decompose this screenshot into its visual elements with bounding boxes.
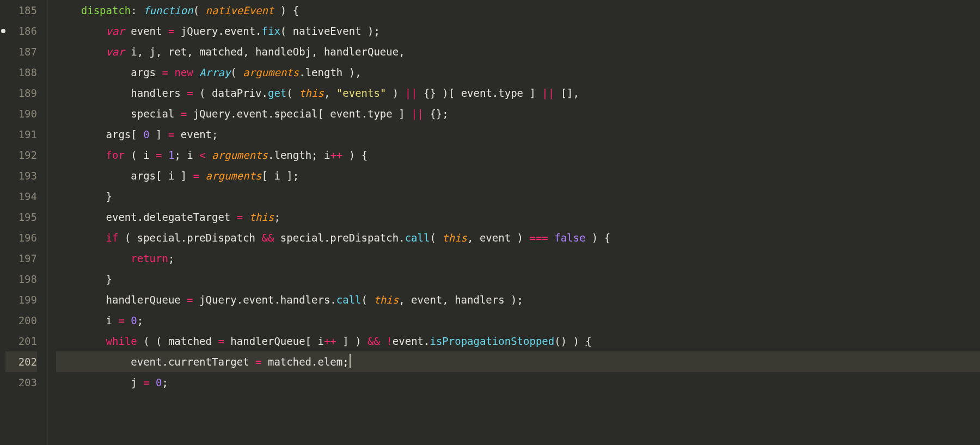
code-line[interactable]: args[ i ] = arguments[ i ]; [56,165,980,186]
token-pl: ; [137,314,143,326]
line-number[interactable]: 200 [5,310,37,331]
line-number[interactable]: 191 [5,124,37,145]
token-pl: ; [168,252,174,264]
token-kw2: for [106,149,125,161]
token-pl [56,335,106,347]
token-pl: handlerQueue[ i [224,335,324,347]
token-punc: ( [230,66,243,78]
code-line[interactable]: return; [56,248,980,269]
token-pl: args [56,66,162,78]
line-number[interactable]: 195 [5,207,37,227]
token-str: "events" [336,87,387,99]
token-punc: : [131,4,143,16]
token-kw2: = [162,66,168,78]
token-pl: , event ) [467,232,529,244]
code-line[interactable]: i = 0; [56,310,980,331]
line-number[interactable]: 188 [5,62,37,83]
token-arg: arguments [212,149,268,161]
token-bool: false [554,232,585,244]
token-num: 0 [131,314,137,326]
line-number[interactable]: 196 [5,227,37,248]
token-punc: ) { [274,4,299,16]
token-kw2: = [255,356,261,368]
token-punc: ( [362,294,374,306]
code-line[interactable]: handlers = ( dataPriv.get( this, "events… [56,83,980,103]
token-pl [199,170,205,182]
line-number[interactable]: 202 [5,351,37,372]
token-kw2: && [262,232,274,244]
token-kw2: = [187,294,193,306]
token-pl: event [125,25,168,37]
token-pl: special.preDispatch. [274,232,405,244]
token-pl: ; [274,211,280,223]
code-line[interactable]: var event = jQuery.event.fix( nativeEven… [56,21,980,41]
code-line[interactable]: special = jQuery.event.special[ event.ty… [56,103,980,124]
line-number[interactable]: 197 [5,248,37,269]
token-punc: ( [430,232,442,244]
token-kw2: && [367,335,380,347]
line-number[interactable]: 203 [5,372,37,393]
code-line[interactable]: args[ 0 ] = event; [56,124,980,145]
token-pl: ] [150,128,168,140]
token-kw2: = [143,376,149,388]
token-kw2: if [106,232,119,244]
token-pl: {}; [424,108,449,120]
token-pl: jQuery.event. [174,25,261,37]
token-pl: args[ [56,128,143,140]
token-kw2: ++ [330,149,342,161]
line-number[interactable]: 198 [5,269,37,289]
code-line[interactable]: } [56,269,980,289]
token-kw2: || [405,87,418,99]
line-number[interactable]: 187 [5,41,37,62]
token-arg: this [373,294,399,306]
token-arg: this [249,211,274,223]
code-line[interactable]: while ( ( matched = handlerQueue[ i++ ] … [56,331,980,351]
token-kw2: = [118,314,124,326]
token-pl: args[ i ] [56,170,193,182]
line-number[interactable]: 201 [5,331,37,351]
line-number[interactable]: 192 [5,145,37,165]
token-pl [380,335,386,347]
token-pl: ; i [174,149,199,161]
token-pl: special [56,108,181,120]
token-pl: i, j, ret, matched, handleObj, handlerQu… [125,46,405,58]
line-number[interactable]: 194 [5,186,37,207]
token-fnkw: function [143,4,193,16]
code-line[interactable]: j = 0; [56,372,980,393]
token-pl: { [585,335,591,347]
token-num: 0 [156,376,162,388]
code-line[interactable]: if ( special.preDispatch && special.preD… [56,227,980,248]
token-pl: event.currentTarget [56,356,255,368]
code-content[interactable]: dispatch: function( nativeEvent ) { var … [55,0,980,445]
line-number[interactable]: 190 [5,103,37,124]
code-editor[interactable]: 1851861871881891901911921931941951961971… [0,0,980,445]
code-line[interactable]: event.delegateTarget = this; [56,207,980,227]
token-pl [162,149,168,161]
code-line[interactable]: event.currentTarget = matched.elem; [56,351,980,372]
code-line[interactable]: for ( i = 1; i < arguments.length; i++ )… [56,145,980,165]
token-pl: ; [162,376,168,388]
line-number[interactable]: 186 [5,21,37,41]
code-line[interactable]: var i, j, ret, matched, handleObj, handl… [56,41,980,62]
token-pl: j [56,376,143,388]
token-pl: ( special.preDispatch [118,232,261,244]
line-number[interactable]: 189 [5,83,37,103]
token-pl [56,252,131,264]
code-line[interactable]: } [56,186,980,207]
token-pl: {} )[ event.type ] [418,87,542,99]
modified-dot-icon [1,29,5,33]
token-pl: .length ), [299,66,361,78]
token-arg: nativeEvent [206,4,274,16]
token-pl [193,66,199,78]
token-kw2: = [237,211,243,223]
code-line[interactable]: dispatch: function( nativeEvent ) { [56,0,980,21]
line-number[interactable]: 193 [5,165,37,186]
line-number-gutter[interactable]: 1851861871881891901911921931941951961971… [0,0,47,445]
code-line[interactable]: handlerQueue = jQuery.event.handlers.cal… [56,289,980,310]
code-line[interactable]: args = new Array( arguments.length ), [56,62,980,83]
line-number[interactable]: 199 [5,289,37,310]
token-kw: var [106,25,125,37]
line-number[interactable]: 185 [5,0,37,21]
indent-ruler [47,0,55,445]
token-kw2: = [218,335,224,347]
